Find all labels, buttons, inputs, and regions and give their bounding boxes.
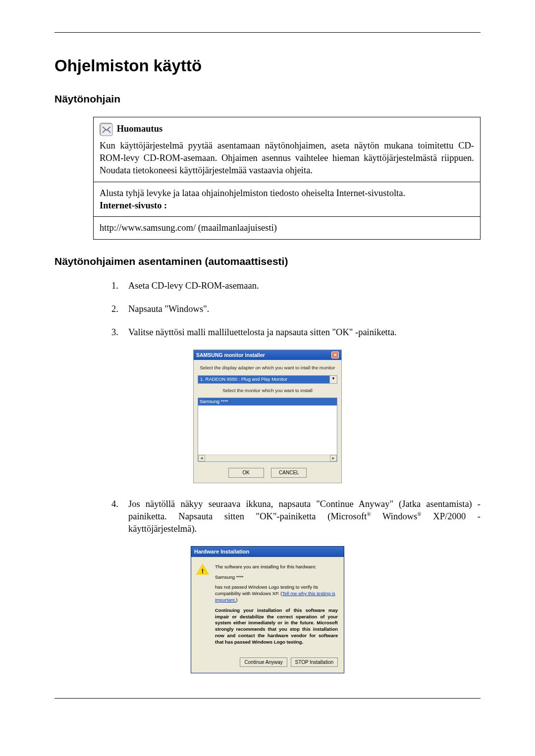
monitor-listbox[interactable]: Samsung **** ◄ ► [198,398,337,462]
hw-text-1: The software you are installing for this… [215,564,338,570]
install-steps-list-continued: 4. Jos näytöllä näkyy seuraava ikkuna, n… [111,498,481,535]
hardware-installation-dialog: Hardware Installation ! The software you… [191,546,344,673]
adapter-selected: 1. RADEON 9550 : Plug and Play Monitor [198,375,330,384]
internet-site-label: Internet-sivusto : [100,201,167,210]
internet-site-url: http://www.samsung.com/ (maailmanlaajuis… [100,223,277,233]
stop-installation-button[interactable]: STOP Installation [291,657,338,667]
install-steps-list: 1.Aseta CD-levy CD-ROM-asemaan. 2.Napsau… [111,280,481,339]
hw-text-device: Samsung **** [215,574,338,581]
dialog-titlebar: SAMSUNG monitor installer ✕ [194,350,341,360]
note-label: Huomautus [117,124,163,134]
section-title-auto-install: Näytönohjaimen asentaminen (automaattise… [54,254,481,268]
section-title-driver: Näytönohjain [54,92,481,106]
page-rule-top [54,32,481,33]
step-4: 4. Jos näytöllä näkyy seuraava ikkuna, n… [111,498,481,535]
scroll-right-icon[interactable]: ► [330,455,337,461]
step-3: 3.Valitse näyttösi malli malliluettelost… [111,326,481,339]
page-rule-bottom [54,698,481,699]
ok-button[interactable]: OK [228,468,264,478]
adapter-prompt-label: Select the display adapter on which you … [198,365,337,371]
scroll-left-icon[interactable]: ◄ [198,455,205,461]
samsung-installer-dialog: SAMSUNG monitor installer ✕ Select the d… [193,350,342,483]
monitor-prompt-label: Select the monitor which you want to ins… [198,388,337,394]
page-title: Ohjelmiston käyttö [54,55,481,77]
hw-text-warning: Continuing your installation of this sof… [215,607,338,646]
close-icon[interactable]: ✕ [331,352,339,358]
warning-icon: ! [196,564,210,650]
hw-text-logo: has not passed Windows Logo testing to v… [215,584,338,603]
note-box: Huomautus Kun käyttöjärjestelmä pyytää a… [93,117,481,240]
registered-icon: ® [367,511,371,517]
note-paragraph-1: Kun käyttöjärjestelmä pyytää asentamaan … [100,140,474,177]
registered-icon: ® [417,511,421,517]
adapter-dropdown[interactable]: 1. RADEON 9550 : Plug and Play Monitor ▼ [198,375,337,384]
chevron-down-icon[interactable]: ▼ [330,375,337,384]
note-icon [100,123,112,136]
dialog-title: SAMSUNG monitor installer [196,352,265,358]
step-1: 1.Aseta CD-levy CD-ROM-asemaan. [111,280,481,292]
step-2: 2.Napsauta "Windows". [111,303,481,315]
note-paragraph-2a: Alusta tyhjä levyke ja lataa ohjainohjel… [100,188,405,198]
cancel-button[interactable]: CANCEL [271,468,307,478]
dialog-titlebar: Hardware Installation [191,547,344,557]
horizontal-scrollbar[interactable]: ◄ ► [198,454,337,461]
monitor-selected-item[interactable]: Samsung **** [198,398,337,405]
continue-anyway-button[interactable]: Continue Anyway [240,657,287,667]
